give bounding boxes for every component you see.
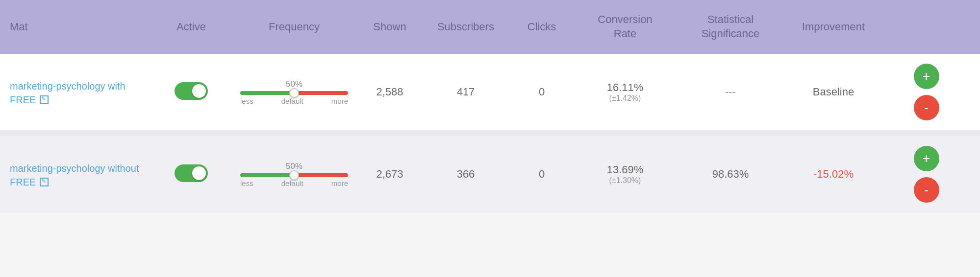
add-variant-button[interactable]: + (914, 146, 939, 171)
conversion-rate-value: 16.11% (574, 81, 677, 94)
statistical-cell: 98.63% (677, 168, 784, 181)
row-divider (0, 130, 980, 136)
table-row: marketing-psychology without FREE 50% le… (0, 136, 980, 212)
header-subscribers: Subscribers (422, 20, 510, 34)
slider-thumb[interactable] (289, 170, 299, 180)
shown-cell: 2,588 (358, 86, 422, 98)
frequency-slider-container: 50% less default more (230, 162, 358, 187)
subscribers-cell: 417 (422, 86, 510, 98)
mat-name-line2: FREE (10, 177, 152, 188)
clicks-cell: 0 (510, 168, 574, 181)
mat-name-cell: marketing-psychology without FREE (10, 161, 152, 188)
slider-labels: less default more (240, 97, 348, 105)
shown-value: 2,588 (358, 86, 422, 98)
table-header: Mat Active Frequency Shown Subscribers C… (0, 0, 980, 54)
freq-label-less: less (240, 179, 253, 187)
slider-track[interactable] (240, 91, 348, 95)
conversion-cell: 13.69% (±1.30%) (574, 163, 677, 185)
slider-right-fill (294, 91, 348, 95)
frequency-cell: 50% less default more (230, 162, 358, 187)
header-active: Active (152, 20, 230, 34)
add-variant-button[interactable]: + (914, 64, 939, 89)
mat-name-line2: FREE (10, 94, 152, 106)
slider-track[interactable] (240, 173, 348, 177)
slider-thumb[interactable] (289, 88, 299, 98)
conversion-margin-value: (±1.42%) (574, 94, 677, 103)
conversion-cell: 16.11% (±1.42%) (574, 81, 677, 103)
shown-value: 2,673 (358, 168, 422, 181)
slider-left-fill (240, 173, 294, 177)
remove-variant-button[interactable]: - (914, 95, 939, 120)
conversion-margin-value: (±1.30%) (574, 176, 677, 185)
frequency-cell: 50% less default more (230, 79, 358, 105)
conversion-rate-value: 13.69% (574, 163, 677, 176)
active-cell (152, 82, 230, 102)
active-toggle[interactable] (175, 164, 208, 182)
clicks-value: 0 (510, 86, 574, 98)
edit-icon[interactable] (40, 178, 49, 186)
subscribers-value: 366 (422, 168, 510, 181)
freq-label-more: more (331, 97, 348, 105)
header-shown: Shown (358, 20, 422, 34)
freq-label-default: default (281, 97, 303, 105)
action-buttons: + - (882, 64, 970, 120)
clicks-value: 0 (510, 168, 574, 181)
table-row: marketing-psychology with FREE 50% less … (0, 54, 980, 130)
header-statistical: Statistical Significance (677, 13, 784, 41)
mat-name-cell: marketing-psychology with FREE (10, 79, 152, 106)
action-buttons: + - (882, 146, 970, 203)
active-toggle[interactable] (175, 82, 208, 100)
edit-icon[interactable] (40, 95, 49, 104)
action-buttons-cell: + - (882, 146, 970, 203)
active-cell (152, 164, 230, 184)
improvement-cell: Baseline (784, 86, 882, 98)
frequency-slider-container: 50% less default more (230, 79, 358, 105)
slider-labels: less default more (240, 179, 348, 187)
remove-variant-button[interactable]: - (914, 177, 939, 203)
header-conversion: Conversion Rate (574, 13, 677, 41)
header-clicks: Clicks (510, 20, 574, 34)
freq-label-default: default (281, 179, 303, 187)
statistical-value: --- (677, 86, 784, 98)
statistical-cell: --- (677, 86, 784, 98)
subscribers-value: 417 (422, 86, 510, 98)
subscribers-cell: 366 (422, 168, 510, 181)
header-mat: Mat (10, 20, 152, 34)
improvement-value: -15.02% (784, 168, 882, 181)
slider-left-fill (240, 91, 294, 95)
freq-percent: 50% (286, 79, 302, 89)
freq-label-more: more (331, 179, 348, 187)
header-improvement: Improvement (784, 20, 882, 34)
slider-right-fill (294, 173, 348, 177)
mat-name-line1: marketing-psychology without (10, 161, 152, 176)
statistical-value: 98.63% (677, 168, 784, 181)
header-frequency: Frequency (230, 20, 358, 34)
improvement-value: Baseline (784, 86, 882, 98)
improvement-cell: -15.02% (784, 168, 882, 181)
action-buttons-cell: + - (882, 64, 970, 120)
mat-name-line1: marketing-psychology with (10, 79, 152, 93)
freq-label-less: less (240, 97, 253, 105)
shown-cell: 2,673 (358, 168, 422, 181)
freq-percent: 50% (286, 162, 302, 171)
main-table: Mat Active Frequency Shown Subscribers C… (0, 0, 980, 212)
clicks-cell: 0 (510, 86, 574, 98)
